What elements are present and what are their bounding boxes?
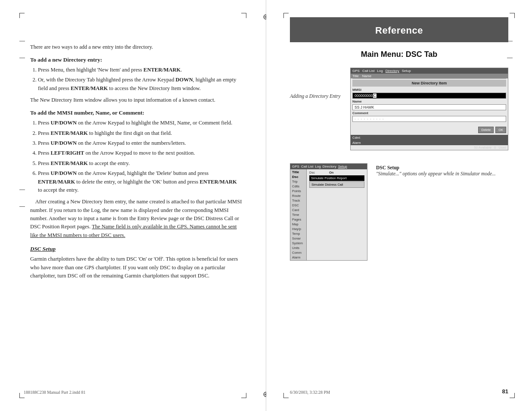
dsc-setup-heading: DSC Setup [30,246,242,252]
device2-header: GPS Call List Log Directory Setup [290,164,367,169]
tick-left-2 [19,58,25,58]
list-item: Press UP/DOWN on the Arrow Keypad, highl… [38,169,242,194]
list-item: Press UP/DOWN on the Arrow Keypad to hig… [38,119,242,127]
divider [352,78,506,79]
device1-buttons: Delete OK [351,125,508,135]
tick-right-1 [507,41,513,41]
corner-tl [19,13,25,18]
ok-btn[interactable]: OK [495,127,506,133]
corner-br [241,393,246,398]
corner-rt-br [510,393,515,398]
corner-rt-bl [283,393,289,398]
comment-label: Comment [351,111,508,115]
first-screenshot-row: Adding a Directory Entry GPS Call List L… [290,68,508,150]
page-number: 81 [502,388,508,395]
simulate-position-btn[interactable]: Simulate Position Report [309,175,364,181]
main-menu-title: Main Menu: DSC Tab [290,50,508,59]
mmsi-label: MMSI [351,87,508,92]
section1-list: Press Menu, then highlight 'New Item' an… [38,66,242,93]
menu-list: Title Dsc Trip Cdlts Points Route Track … [290,169,307,260]
device1-bottom-bar: Cdinl: [351,135,508,140]
section1-note: The New Directory Item window allows you… [30,96,242,104]
list-item: Press LEFT/RIGHT on the Arrow Keypad to … [38,149,242,157]
right-page: Reference Main Menu: DSC Tab Adding a Di… [266,0,532,411]
footer-left: 188188C238 Manual Part 2.indd 81 [24,390,86,395]
simulate-caption: "Simulate..." options only appear while … [376,170,496,177]
device1-new-dir-title: New Directory Item [352,80,506,87]
section1-heading: To add a new Directory entry: [30,56,242,63]
list-item: Press ENTER/MARK to accept the entry. [38,159,242,168]
list-item: Or, with the Directory Tab highlighted p… [38,76,242,93]
diagram1-caption: Adding a Directory Entry [290,68,342,150]
device1-title-area: Title Name [351,74,508,78]
tick-left-4 [19,206,25,207]
available-text: 50 Available 0 Used [351,145,508,150]
delete-btn[interactable]: Delete [478,127,494,133]
tick-right-2 [507,58,513,58]
dsc-setup-row: Dsc On [308,170,366,175]
corner-tr [241,13,246,18]
comment-value: - - - - - - - - - - [352,116,506,122]
second-screenshot-row: GPS Call List Log Directory Setup Title … [290,163,508,261]
dsc-setup-para: Garmin chartplotters have the ability to… [30,255,242,280]
tick-left-3 [19,190,25,190]
name-value: SS J HAWK [352,104,506,110]
reference-header: Reference [290,17,508,42]
alarm-bar: Alarm [351,140,508,145]
device2-right-panel: Dsc On Simulate Position Report Simulate… [307,169,367,260]
device1-header: GPS Call List Log Directory Setup [351,68,508,74]
left-content: There are two ways to add a new entry in… [30,43,242,280]
device2-caption: DSC Setup "Simulate..." options only app… [376,163,496,177]
simulate-distress-btn[interactable]: Simulate Distress Call [309,181,364,188]
list-item: Press UP/DOWN on the Arrow Keypad to ent… [38,139,242,147]
footer-right-date: 6/30/2003, 3:32:28 PM [290,390,330,395]
list-item: Press ENTER/MARK to highlight the first … [38,129,242,137]
device2-screenshot: GPS Call List Log Directory Setup Title … [290,163,367,261]
dsc-setup-label: DSC Setup [376,165,496,170]
mmsi-value: 000000000C [352,93,506,99]
device1-screenshot: GPS Call List Log Directory Setup Title … [350,68,508,150]
para1: After creating a New Directory Item entr… [30,198,242,240]
corner-rt-tr [510,13,515,18]
left-page: ⊕ ⊕ There are two ways to add a new entr… [0,0,266,411]
section2-heading: To add the MMSI number, Name, or Comment… [30,109,242,116]
list-item: Press Menu, then highlight 'New Item' an… [38,66,242,74]
section2-list: Press UP/DOWN on the Arrow Keypad to hig… [38,119,242,194]
tick-left-1 [19,41,25,41]
intro-text: There are two ways to add a new entry in… [30,43,242,51]
name-label: Name [351,99,508,104]
corner-rt-tl [283,13,289,18]
